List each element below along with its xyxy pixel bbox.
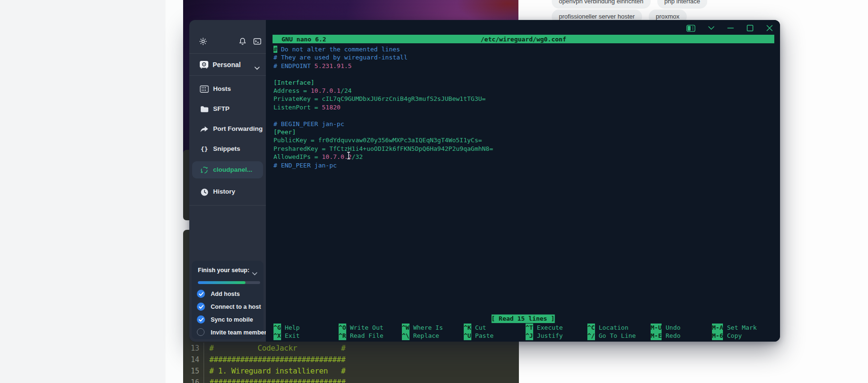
sidebar-item-label: History (213, 188, 235, 195)
hosts-icon (200, 85, 209, 94)
shortcut-label: Replace (413, 332, 439, 340)
ssh-client-window: Personal HostsSFTPPort Forwarding{}Snipp… (189, 20, 780, 342)
buffer-line: # They are used by wireguard-install (273, 53, 493, 61)
buffer-line: PublicKey = fr0dYdquvvaw0Z0y356wMXPc3aIQ… (273, 136, 493, 144)
buffer-line (273, 111, 493, 119)
shortcut-column: ^KCut^UPaste (464, 324, 494, 340)
new-terminal-icon[interactable] (253, 37, 262, 46)
divider (189, 53, 266, 54)
code-line: 15# 1. Wireguard installieren # (183, 365, 519, 377)
nano-version: GNU nano 6.2 (282, 36, 326, 43)
code-line: 14############################### (183, 354, 519, 365)
line-number: 13 (183, 343, 204, 354)
shortcut-label: Justify (537, 332, 563, 340)
divider (189, 75, 266, 76)
shortcut-column: M-UUndoM-ERedo (651, 324, 681, 340)
shortcut-label: Redo (665, 332, 680, 340)
notifications-bell-icon[interactable] (238, 37, 247, 46)
shortcut-key: ^U (464, 332, 471, 340)
nano-file-path: /etc/wireguard/wg0.conf (273, 36, 774, 43)
window-menu-chevron-icon[interactable] (708, 26, 714, 30)
maximize-button[interactable] (747, 25, 753, 31)
related-search-tags-row1: openvpn verbindung einrichtenphp interfa… (552, 0, 707, 9)
setup-progress-bar (198, 281, 260, 284)
shortcut-key: ^W (402, 324, 410, 332)
sidebar-item-snippets[interactable]: {}Snippets (189, 141, 266, 157)
window-controls (686, 24, 773, 32)
shortcut-label: Undo (665, 324, 680, 332)
line-number: 16 (183, 377, 204, 383)
task-label: Add hosts (211, 291, 240, 297)
setup-title: Finish your setup: (198, 267, 249, 274)
sidebar-item-label: Port Forwarding (213, 125, 263, 132)
sidebar-item-sftp[interactable]: SFTP (189, 101, 266, 117)
task-label: Connect to a host (211, 304, 261, 310)
chevron-down-icon (254, 63, 260, 72)
shortcut-key: ^/ (587, 332, 595, 340)
task-pending-circle-icon (197, 328, 205, 336)
sidebar-item-cloudpanel[interactable]: cloudpanel... (192, 161, 263, 178)
shortcut-label: Write Out (350, 324, 383, 332)
vault-selector[interactable]: Personal (189, 58, 266, 72)
shortcut-key: M-A (712, 324, 723, 332)
forward-icon (200, 125, 209, 134)
line-number: 15 (183, 365, 204, 377)
vault-icon (199, 60, 209, 71)
setup-task-sync-to-mobile[interactable]: Sync to mobile (192, 314, 263, 326)
sidebar-item-label: SFTP (213, 105, 230, 112)
braces-icon: {} (200, 145, 209, 154)
shortcut-label: Set Mark (727, 324, 757, 332)
buffer-line: [Interface] (273, 79, 493, 87)
code-text: ############################### (209, 354, 345, 365)
shortcut-column: ^CLocation^/Go To Line (587, 324, 636, 340)
terminal-pane[interactable]: /etc/wireguard/wg0.conf GNU nano 6.2 # D… (266, 20, 780, 342)
task-done-check-icon (197, 303, 205, 311)
shortcut-key: M-E (651, 332, 662, 340)
buffer-line: # ENDPOINT 5.231.91.5 (273, 62, 493, 70)
settings-gear-icon[interactable] (199, 37, 207, 46)
shortcut-key: M-U (651, 324, 662, 332)
buffer-line: # BEGIN_PEER jan-pc (273, 120, 493, 128)
shortcut-label: Help (285, 324, 300, 332)
setup-checklist-panel: Finish your setup: Add hostsConnect to a… (192, 261, 263, 339)
screenshot-root: 13# CodeJackr #14#######################… (0, 0, 868, 383)
shortcut-label: Paste (475, 332, 494, 340)
sidebar-toggle-icon[interactable] (686, 25, 695, 32)
sidebar-item-history[interactable]: History (189, 184, 266, 199)
sidebar-item-hosts[interactable]: Hosts (189, 81, 266, 97)
setup-task-add-hosts[interactable]: Add hosts (192, 288, 263, 300)
shortcut-key: ^T (526, 324, 533, 332)
minimize-button[interactable] (727, 27, 734, 29)
shortcut-column: ^WWhere Is^\Replace (402, 324, 443, 340)
shortcut-label: Execute (537, 324, 563, 332)
collapse-chevron-icon[interactable] (252, 269, 257, 277)
setup-task-connect-to-a-host[interactable]: Connect to a host (192, 301, 263, 313)
shortcut-key: ^K (464, 324, 471, 332)
task-done-check-icon (197, 315, 205, 324)
setup-task-invite-team-members[interactable]: Invite team members (192, 326, 263, 339)
shortcut-label: Read File (350, 332, 383, 340)
buffer-line: # END_PEER jan-pc (273, 161, 493, 169)
buffer-line: PrivateKey = cIL7qC9GUMDbxJU6rzCniB4gR3m… (273, 95, 493, 103)
clock-icon (200, 187, 209, 196)
folder-icon (200, 105, 209, 114)
code-text: # 1. Wireguard installieren # (209, 365, 345, 377)
text-cursor-ibeam (347, 152, 351, 159)
page-left-margin (0, 0, 166, 383)
sidebar-item-port-forwarding[interactable]: Port Forwarding (189, 121, 266, 137)
sidebar-header (199, 36, 262, 47)
nano-buffer: # Do not alter the commented lines# They… (273, 45, 493, 169)
shortcut-key: ^\ (402, 332, 410, 340)
nano-status-message: [ Read 15 lines ] (491, 314, 555, 323)
related-search-tag[interactable]: openvpn verbindung einrichten (552, 0, 651, 9)
close-button[interactable] (766, 25, 773, 31)
shortcut-key: ^X (273, 332, 281, 340)
nano-title-bar: /etc/wireguard/wg0.conf GNU nano 6.2 (273, 35, 774, 43)
related-search-tag[interactable]: php interface (657, 0, 707, 9)
shortcut-column: ^OWrite Out^RRead File (339, 324, 383, 340)
shortcut-label: Location (599, 324, 629, 332)
setup-progress-fill (198, 281, 245, 284)
divider (189, 205, 266, 206)
sidebar-item-label: Snippets (213, 145, 240, 152)
buffer-line: # Do not alter the commented lines (273, 45, 493, 53)
